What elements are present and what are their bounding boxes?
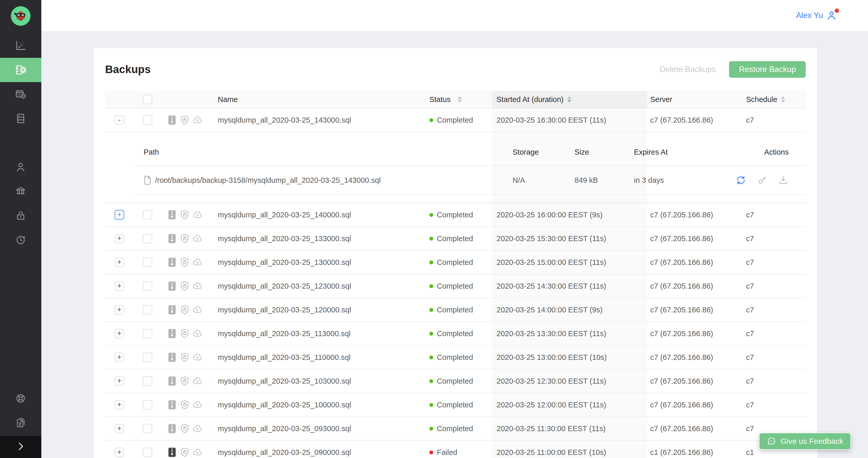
expand-row-button[interactable]: - xyxy=(115,116,124,125)
restore-backup-button[interactable]: Restore Backup xyxy=(729,61,806,78)
header-expand-cell xyxy=(105,91,134,108)
cloud-upload-icon xyxy=(193,115,202,125)
backup-started-at: 2020-03-25 14:30:00 EEST (11s) xyxy=(492,274,647,298)
status-text: Completed xyxy=(437,116,473,125)
row-checkbox[interactable] xyxy=(143,305,152,315)
status-text: Completed xyxy=(437,211,473,219)
row-checkbox[interactable] xyxy=(143,210,152,220)
row-checkbox[interactable] xyxy=(143,353,152,362)
expand-row-button[interactable]: + xyxy=(115,234,124,243)
expand-row-button[interactable]: + xyxy=(115,353,124,362)
backup-row: + mysqldump_all_2020-03-25_120000.sql Co… xyxy=(105,298,806,322)
select-all-checkbox[interactable] xyxy=(143,95,152,104)
encryption-key-icon[interactable] xyxy=(757,175,768,186)
expand-row-button[interactable]: + xyxy=(115,424,124,433)
expand-row-button[interactable]: + xyxy=(115,210,124,220)
backup-schedule: c7 xyxy=(744,298,806,321)
status-text: Completed xyxy=(437,234,473,243)
backup-server: c7 (67.205.166.86) xyxy=(647,227,744,250)
cloud-upload-icon xyxy=(193,376,202,386)
backup-file-path: /root/backups/backup-3158/mysqldump_all_… xyxy=(155,176,381,185)
backup-badge-icons xyxy=(162,417,207,440)
backup-badge-icons xyxy=(162,322,207,345)
backup-started-at: 2020-03-25 12:00:00 EEST (11s) xyxy=(492,393,647,417)
user-icon xyxy=(826,9,838,22)
header-status-sort[interactable]: Status xyxy=(421,91,492,108)
expand-row-button[interactable]: + xyxy=(115,377,124,386)
backup-schedule: c7 xyxy=(744,227,806,250)
row-checkbox[interactable] xyxy=(143,258,152,267)
backup-schedule: c7 xyxy=(744,369,806,393)
feedback-label: Give us Feedback xyxy=(781,437,843,446)
backup-badge-icons xyxy=(162,346,207,369)
backup-status: Completed xyxy=(421,322,492,345)
sidebar-item-server-stack[interactable] xyxy=(0,106,41,131)
status-text: Completed xyxy=(437,306,473,314)
zip-archive-icon xyxy=(167,400,177,410)
status-text: Completed xyxy=(437,401,473,409)
backup-name: mysqldump_all_2020-03-25_090000.sql xyxy=(207,441,421,458)
zip-archive-icon xyxy=(167,115,177,125)
sort-carets-icon xyxy=(781,96,785,102)
sidebar-item-lock[interactable] xyxy=(0,203,41,228)
status-dot-icon xyxy=(429,213,433,217)
sidebar-section xyxy=(0,34,41,131)
cloud-upload-icon xyxy=(193,257,202,267)
detail-size-value: 849 kB xyxy=(571,176,630,185)
status-dot-icon xyxy=(429,427,433,431)
detail-header-path: Path xyxy=(134,148,512,157)
user-menu-link[interactable]: Alex Yu xyxy=(796,9,838,22)
backup-status: Completed xyxy=(421,203,492,226)
expand-row-button[interactable]: + xyxy=(115,258,124,267)
app-logo[interactable] xyxy=(0,0,41,32)
shield-lock-icon xyxy=(180,115,189,125)
sidebar-item-scatter-chart[interactable] xyxy=(0,34,41,58)
backup-status: Completed xyxy=(421,251,492,274)
backup-schedule: c7 xyxy=(744,322,806,345)
cloud-upload-icon xyxy=(193,305,202,315)
row-checkbox[interactable] xyxy=(143,424,152,433)
row-checkbox[interactable] xyxy=(143,116,152,125)
sidebar-item-history-clock[interactable] xyxy=(0,228,41,252)
cloud-upload-icon xyxy=(193,210,202,220)
row-checkbox[interactable] xyxy=(143,377,152,386)
header-started-at-sort[interactable]: Started At (duration) xyxy=(492,91,647,108)
backup-badge-icons xyxy=(162,441,207,458)
expand-row-button[interactable]: + xyxy=(115,282,124,291)
sidebar-item-backups-sync[interactable] xyxy=(0,58,41,82)
row-checkbox[interactable] xyxy=(143,400,152,410)
row-checkbox[interactable] xyxy=(143,448,152,457)
status-text: Completed xyxy=(437,258,473,267)
backup-badge-icons xyxy=(162,393,207,417)
expand-row-button[interactable]: + xyxy=(115,329,124,338)
header-schedule-sort[interactable]: Schedule xyxy=(744,91,806,108)
backup-status: Completed xyxy=(421,274,492,298)
restore-sync-icon[interactable] xyxy=(736,175,746,186)
status-dot-icon xyxy=(429,308,433,312)
row-checkbox[interactable] xyxy=(143,234,152,243)
backup-name: mysqldump_all_2020-03-25_103000.sql xyxy=(207,369,421,393)
sidebar-item-calendar-clock[interactable] xyxy=(0,82,41,106)
shield-lock-icon xyxy=(180,424,189,433)
delete-backups-button[interactable]: Delete Backups xyxy=(659,65,716,74)
download-icon[interactable] xyxy=(778,175,789,186)
backup-started-at: 2020-03-25 12:30:00 EEST (11s) xyxy=(492,369,647,393)
feedback-button[interactable]: Give us Feedback xyxy=(759,433,851,450)
backup-status: Completed xyxy=(421,369,492,393)
sidebar-item-documents[interactable] xyxy=(0,411,41,435)
backup-status: Completed xyxy=(421,227,492,250)
expand-row-button[interactable]: + xyxy=(115,448,124,457)
expand-row-button[interactable]: + xyxy=(115,400,124,410)
cloud-upload-icon xyxy=(193,448,202,457)
table-body: - mysqldump_all_2020-03-25_143000.sql Co… xyxy=(105,108,806,458)
backup-row: + mysqldump_all_2020-03-25_113000.sql Co… xyxy=(105,322,806,346)
sidebar-item-bank[interactable] xyxy=(0,179,41,203)
sidebar-item-user[interactable] xyxy=(0,155,41,179)
zip-archive-icon xyxy=(167,257,177,267)
row-checkbox[interactable] xyxy=(143,282,152,291)
detail-header-row: Path Storage Size Expires At Actions xyxy=(134,139,806,166)
sidebar-collapse-button[interactable] xyxy=(0,436,41,458)
row-checkbox[interactable] xyxy=(143,329,152,338)
expand-row-button[interactable]: + xyxy=(115,305,124,315)
sidebar-item-lifebuoy[interactable] xyxy=(0,386,41,411)
